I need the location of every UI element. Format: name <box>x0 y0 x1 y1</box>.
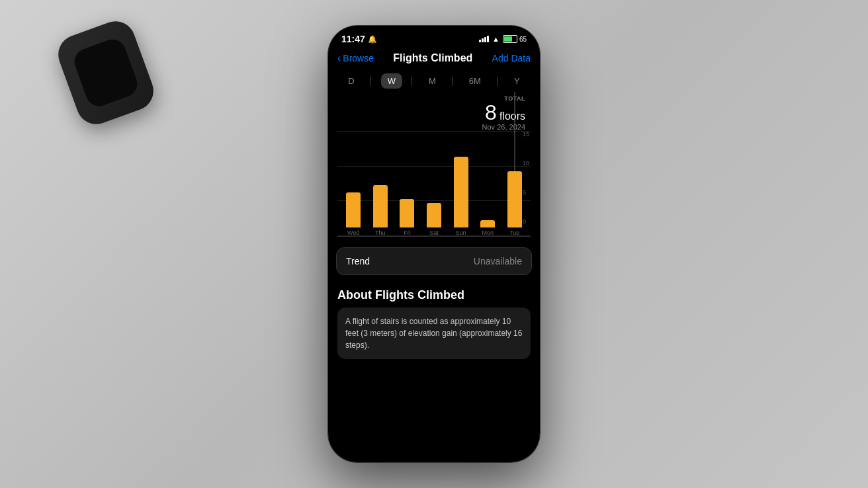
bar-tue-label: Tue <box>509 229 519 236</box>
bar-sat: Sat <box>421 203 448 236</box>
back-label: Browse <box>343 53 374 63</box>
bar-thu: Thu <box>367 185 394 236</box>
bar-fri-label: Fri <box>404 229 411 236</box>
chart-area: Wed Thu Fri <box>337 131 531 237</box>
bar-mon-bar <box>480 220 495 227</box>
bar-tue-bar <box>507 171 522 227</box>
bar-thu-label: Thu <box>375 229 386 236</box>
signal-bar-4 <box>487 36 489 42</box>
trend-label: Trend <box>346 256 370 266</box>
bar-sun: Sun <box>447 157 474 236</box>
bar-sun-bar <box>454 157 468 227</box>
add-data-button[interactable]: Add Data <box>492 53 531 63</box>
bar-sun-label: Sun <box>456 229 466 236</box>
period-divider-1 <box>370 77 371 86</box>
bar-sat-bar <box>427 203 441 227</box>
signal-icon <box>479 36 489 42</box>
period-week[interactable]: W <box>381 73 402 89</box>
battery-percent: 65 <box>519 36 527 43</box>
bar-wed-label: Wed <box>347 229 359 236</box>
dynamic-island <box>408 32 460 50</box>
chart-date: Nov 26, 2024 <box>343 123 525 131</box>
signal-bar-3 <box>484 37 486 42</box>
chart-bars: Wed Thu Fri <box>340 131 528 236</box>
chart-wrapper: 15 10 5 0 <box>337 131 531 237</box>
bar-wed-bar <box>346 192 361 227</box>
y-label-15: 15 <box>523 131 529 138</box>
battery-body <box>503 35 517 43</box>
back-button[interactable]: ‹ Browse <box>337 52 374 64</box>
chart-header: TOTAL 8 floors Nov 26, 2024 <box>337 93 531 131</box>
bar-wed: Wed <box>340 192 367 236</box>
chart-container: TOTAL 8 floors Nov 26, 2024 15 10 5 0 <box>328 93 540 242</box>
bar-fri: Fri <box>394 199 421 236</box>
battery-fill <box>504 36 512 42</box>
period-divider-3 <box>452 77 453 86</box>
chevron-left-icon: ‹ <box>337 52 341 64</box>
trend-section[interactable]: Trend Unavailable <box>336 247 532 275</box>
battery-icon: 65 <box>503 35 527 43</box>
signal-bar-2 <box>482 38 484 42</box>
period-year[interactable]: Y <box>507 73 527 89</box>
bar-thu-bar <box>373 185 388 227</box>
bar-mon-label: Mon <box>482 229 494 236</box>
total-label: TOTAL <box>343 95 525 102</box>
period-divider-2 <box>412 77 412 86</box>
phone-screen: 11:47 🔔 ▲ 65 <box>328 26 540 462</box>
period-month[interactable]: M <box>422 73 443 89</box>
period-day[interactable]: D <box>341 73 361 89</box>
y-label-5: 5 <box>523 189 529 196</box>
period-selector: D W M 6M Y <box>328 69 540 93</box>
bar-sat-label: Sat <box>429 229 439 236</box>
status-time: 11:47 🔔 <box>341 34 377 44</box>
y-label-0: 0 <box>523 218 529 225</box>
bar-fri-bar <box>400 199 414 227</box>
notification-bell-icon: 🔔 <box>368 35 377 44</box>
about-description: A flight of stairs is counted as approxi… <box>345 315 523 351</box>
y-label-10: 10 <box>523 160 529 167</box>
watch-screen <box>71 36 141 110</box>
total-value-row: 8 floors <box>343 102 525 123</box>
wifi-icon: ▲ <box>492 35 499 43</box>
page-title: Flights Climbed <box>393 52 472 64</box>
total-value: 8 <box>485 102 497 123</box>
signal-bar-1 <box>479 40 481 42</box>
about-section: About Flights Climbed A flight of stairs… <box>328 280 540 364</box>
trend-value: Unavailable <box>474 256 522 266</box>
status-icons: ▲ 65 <box>479 35 527 43</box>
navigation-bar: ‹ Browse Flights Climbed Add Data <box>328 47 540 69</box>
about-card: A flight of stairs is counted as approxi… <box>337 307 531 359</box>
about-title: About Flights Climbed <box>337 288 531 302</box>
total-unit: floors <box>499 110 525 122</box>
phone-device: 11:47 🔔 ▲ 65 <box>328 26 540 462</box>
time-display: 11:47 <box>341 34 365 44</box>
bar-mon: Mon <box>474 220 501 236</box>
period-divider-4 <box>497 77 498 86</box>
period-6month[interactable]: 6M <box>462 73 488 89</box>
y-axis-labels: 15 10 5 0 <box>523 131 529 225</box>
